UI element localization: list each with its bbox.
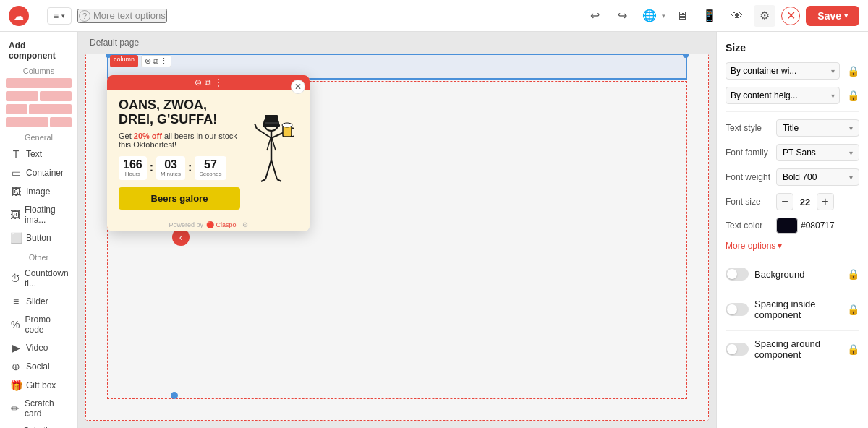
more-options-link[interactable]: More options ▾: [726, 241, 859, 251]
content-height-select[interactable]: By content heig... ▾: [726, 87, 840, 104]
spacing-inside-label: Spacing inside component: [754, 299, 838, 320]
selection-handle-tr[interactable]: [683, 54, 689, 58]
col-bar: [40, 91, 72, 101]
font-weight-label: Font weight: [726, 172, 776, 182]
lock-icon-1[interactable]: 🔒: [847, 65, 859, 77]
divider-2: [726, 260, 859, 260]
preview-button[interactable]: 👁: [726, 5, 748, 27]
font-family-row: Font family PT Sans ▾: [726, 144, 859, 161]
desktop-view-button[interactable]: 🖥: [671, 5, 693, 27]
copy-icon[interactable]: ⧉: [153, 56, 158, 66]
topbar-right: ↩ ↪ 🌐 ▾ 🖥 📱 👁 ⚙ ✕ Save ▾: [584, 5, 859, 27]
popup-footer: Powered by 🔴 Claspo ⚙: [107, 218, 310, 231]
close-button[interactable]: ✕: [781, 7, 800, 25]
sidebar-item-label: Image: [26, 187, 50, 197]
footer-settings-icon[interactable]: ⚙: [242, 221, 248, 228]
topbar: ☁ ≡ ▾ ? More text options ↩ ↪ 🌐 ▾ 🖥 📱 👁 …: [0, 0, 868, 32]
container-width-select[interactable]: By container wi... ▾: [726, 62, 840, 80]
sidebar-item-slider[interactable]: ≡ Slider: [6, 292, 72, 311]
sidebar-item-gift-box[interactable]: 🎁 Gift box: [6, 376, 72, 395]
popup-close-button[interactable]: ✕: [291, 80, 305, 94]
toolbar-align-icon[interactable]: ⊜: [195, 77, 202, 87]
svg-rect-3: [265, 122, 278, 124]
col-preview-4[interactable]: [6, 117, 72, 127]
menu-icon: ≡: [54, 11, 59, 21]
lock-icon-background[interactable]: 🔒: [847, 268, 859, 280]
sidebar-item-container[interactable]: ▭ Container: [6, 163, 72, 182]
left-arrow-button[interactable]: ‹: [172, 228, 190, 246]
toolbar-copy-icon[interactable]: ⧉: [205, 77, 211, 87]
column-handle-bar: column ⊜ ⧉ ⋮: [107, 54, 174, 69]
scratch-icon: ✏: [10, 403, 20, 414]
more-icon[interactable]: ⋮: [160, 56, 168, 66]
divider-3: [726, 291, 859, 291]
sidebar-item-text[interactable]: T Text: [6, 145, 72, 163]
font-family-label: Font family: [726, 147, 776, 158]
font-size-decrease-button[interactable]: −: [776, 193, 793, 210]
columns-label: Columns: [6, 67, 72, 75]
globe-chevron: ▾: [662, 12, 665, 20]
settings-button[interactable]: ⚙: [754, 5, 775, 27]
col-preview-1[interactable]: [6, 78, 72, 88]
size-row-1: By container wi... ▾ 🔒: [726, 62, 859, 80]
sidebar-item-label: Scratch card: [25, 398, 67, 419]
sidebar-item-social[interactable]: ⊕ Social: [6, 357, 72, 376]
topbar-divider: [38, 9, 38, 23]
general-label: General: [6, 133, 72, 142]
text-style-row: Text style Title ▾: [726, 119, 859, 137]
text-icon: T: [10, 148, 22, 160]
column-icons: ⊜ ⧉ ⋮: [141, 55, 171, 67]
menu-button[interactable]: ≡ ▾: [47, 7, 72, 25]
font-family-select[interactable]: PT Sans ▾: [776, 144, 859, 161]
popup-cta-button[interactable]: Beers galore: [119, 187, 240, 210]
sidebar-item-button[interactable]: ⬜ Button: [6, 228, 72, 247]
mobile-view-button[interactable]: 📱: [699, 5, 720, 27]
sidebar-item-label: Button: [26, 233, 51, 243]
spacing-around-toggle[interactable]: [726, 343, 749, 356]
chevron-down-icon: ▾: [849, 124, 853, 132]
font-weight-select[interactable]: Bold 700 ▾: [776, 168, 859, 186]
lock-icon-spacing-around[interactable]: 🔒: [847, 343, 859, 355]
globe-button[interactable]: 🌐: [639, 5, 660, 27]
promo-icon: %: [10, 319, 20, 330]
sidebar-item-countdown[interactable]: ⏱ Countdown ti...: [6, 265, 72, 292]
col-bar: [6, 91, 38, 101]
text-style-select[interactable]: Title ▾: [776, 119, 859, 137]
col-preview-3[interactable]: [6, 104, 72, 114]
popup-inner: OANS, ZWOA, DREI, G'SUFFA! Get 20% off a…: [107, 90, 310, 218]
sidebar-item-image[interactable]: 🖼 Image: [6, 182, 72, 201]
font-size-increase-button[interactable]: +: [817, 193, 834, 210]
sidebar-item-label: Floating ima...: [25, 205, 67, 225]
background-toggle[interactable]: [726, 268, 749, 281]
svg-line-12: [265, 160, 271, 179]
sidebar-item-video[interactable]: ▶ Video: [6, 338, 72, 357]
col-preview-2[interactable]: [6, 91, 72, 101]
save-button[interactable]: Save ▾: [806, 6, 859, 26]
sidebar-item-spin-wheel[interactable]: ◎ Spin the wheel: [6, 422, 72, 428]
lock-icon-spacing-inside[interactable]: 🔒: [847, 304, 859, 315]
undo-button[interactable]: ↩: [584, 5, 605, 27]
sidebar-item-label: Social: [26, 361, 50, 372]
selection-handle-left-bottom[interactable]: [171, 392, 178, 399]
sidebar-item-label: Text: [26, 149, 42, 159]
floating-image-icon: 🖼: [10, 209, 20, 221]
redo-button[interactable]: ↪: [611, 5, 633, 27]
text-color-swatch[interactable]: [776, 218, 798, 234]
font-weight-row: Font weight Bold 700 ▾: [726, 168, 859, 186]
toolbar-more-icon[interactable]: ⋮: [214, 77, 223, 87]
spacing-inside-toggle[interactable]: [726, 303, 749, 316]
lock-icon-2[interactable]: 🔒: [847, 90, 859, 101]
sidebar-item-promo-code[interactable]: % Promo code: [6, 311, 72, 338]
sidebar-item-scratch-card[interactable]: ✏ Scratch card: [6, 395, 72, 422]
align-icon[interactable]: ⊜: [145, 56, 151, 66]
font-size-value: 22: [796, 197, 814, 207]
sidebar-item-floating-image[interactable]: 🖼 Floating ima...: [6, 201, 72, 228]
countdown-icon: ⏱: [10, 273, 20, 284]
more-text-options-button[interactable]: ? More text options: [77, 9, 167, 23]
popup-person-image: [244, 111, 294, 197]
sidebar-item-label: Video: [26, 343, 48, 353]
sidebar-item-label: Countdown ti...: [25, 268, 69, 288]
font-size-control: − 22 +: [776, 193, 834, 210]
text-style-label: Text style: [726, 123, 776, 133]
canvas-label: Default page: [90, 38, 139, 48]
